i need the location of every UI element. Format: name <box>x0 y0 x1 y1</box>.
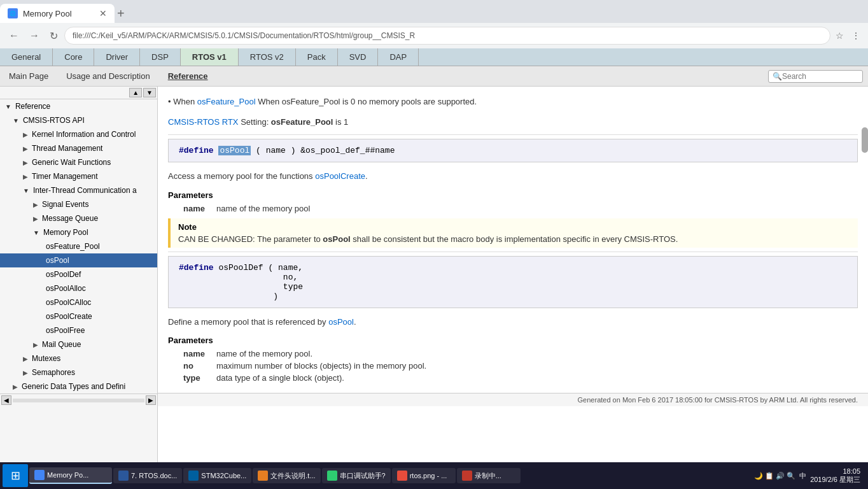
sidebar-item-memory-pool[interactable]: ▼ Memory Pool <box>0 225 157 239</box>
code-rest-1: ( name ) &os_pool_def_##name <box>251 146 395 155</box>
define-text: Define a memory pool that is referenced … <box>168 312 858 332</box>
back-button[interactable]: ← <box>5 27 23 44</box>
subnav-reference[interactable]: Reference <box>159 69 217 83</box>
ospoolcreate-link-1[interactable]: osPoolCreate <box>315 171 365 181</box>
taskbar-item-rtos-png[interactable]: rtos.png - ... <box>392 468 456 483</box>
tab-dsp[interactable]: DSP <box>140 48 181 66</box>
active-tab[interactable]: 🌐 Memory Pool ✕ <box>0 4 115 23</box>
taskbar-item-stm32[interactable]: STM32Cube... <box>183 468 251 483</box>
tab-title: Memory Pool <box>23 9 72 18</box>
tab-dap[interactable]: DAP <box>378 48 419 66</box>
search-box[interactable]: 🔍 <box>768 70 863 83</box>
scroll-left-button[interactable]: ◀ <box>1 395 11 405</box>
sidebar-item-thread-mgmt[interactable]: ▶ Thread Management <box>0 141 157 155</box>
sidebar-item-generic-data[interactable]: ▶ Generic Data Types and Defini <box>0 379 157 393</box>
taskbar-icon-memory-pool <box>34 470 45 480</box>
sidebar-scroll-down[interactable]: ▼ <box>143 88 156 97</box>
cmsis-rtos-rtx-link[interactable]: CMSIS-RTOS RTX <box>168 117 239 127</box>
bookmark-button[interactable]: ☆ <box>833 28 846 43</box>
taskbar-icons-area: 🌙 📋 🔊 🔍 <box>754 472 795 480</box>
taskbar-item-recording[interactable]: 录制中... <box>457 468 521 483</box>
start-button[interactable]: ⊞ <box>3 464 28 487</box>
sidebar-item-ospoolcalloc[interactable]: osPoolCAlloc <box>0 295 157 309</box>
osfeature-pool-link[interactable]: osFeature_Pool <box>197 97 256 106</box>
content-area: • When osFeature_Pool When osFeature_Poo… <box>158 87 868 465</box>
sidebar-scroll-up[interactable]: ▲ <box>129 88 142 97</box>
sidebar-label-message-queue: Message Queue <box>39 213 101 224</box>
code-line-1: #define osPoolDef ( name, <box>179 263 847 273</box>
sidebar-label-semaphores: Semaphores <box>29 367 78 378</box>
sidebar-item-mutexes[interactable]: ▶ Mutexes <box>0 351 157 365</box>
sidebar-item-ospooldef[interactable]: osPoolDef <box>0 267 157 281</box>
sidebar-item-reference[interactable]: ▼ Reference <box>0 99 157 113</box>
ospool-link-2[interactable]: osPool <box>328 317 354 327</box>
params-section-1: Parameters name name of the memory pool <box>168 190 858 215</box>
sidebar-item-ospoolfree[interactable]: osPoolFree <box>0 323 157 337</box>
triangle-icon: ▶ <box>33 215 38 222</box>
taskbar-icon-rtos-doc <box>118 471 129 481</box>
triangle-icon: ▶ <box>23 131 28 138</box>
search-icon: 🔍 <box>773 72 782 81</box>
sidebar-item-ospoolcreate[interactable]: osPoolCreate <box>0 309 157 323</box>
code-line-2: no, <box>179 273 847 282</box>
sidebar-item-semaphores[interactable]: ▶ Semaphores <box>0 365 157 379</box>
param-row-type: type data type of a single block (object… <box>168 372 858 384</box>
tab-close-button[interactable]: ✕ <box>99 8 107 18</box>
intro-text: • When osFeature_Pool When osFeature_Poo… <box>168 92 858 112</box>
forward-button[interactable]: → <box>25 27 43 44</box>
sidebar-item-ospool[interactable]: osPool <box>0 253 157 267</box>
divider-1 <box>168 134 858 135</box>
sidebar-item-mail-queue[interactable]: ▶ Mail Queue <box>0 337 157 351</box>
sidebar-label-generic-wait: Generic Wait Functions <box>29 157 113 168</box>
tab-core[interactable]: Core <box>53 48 94 66</box>
sidebar-label-mutexes: Mutexes <box>29 353 63 364</box>
taskbar-item-serial-debug[interactable]: 串口调试助手? <box>322 468 391 483</box>
triangle-icon: ▼ <box>33 229 39 236</box>
sidebar-item-cmsis-api[interactable]: ▼ CMSIS-RTOS API <box>0 113 157 127</box>
taskbar-item-memory-pool[interactable]: Memory Po... <box>29 467 112 484</box>
sidebar-item-generic-wait[interactable]: ▶ Generic Wait Functions <box>0 155 157 169</box>
note-text-1: CAN BE CHANGED: The parameter to osPool … <box>178 234 850 244</box>
tab-rtos-v1[interactable]: RTOS v1 <box>181 48 239 66</box>
taskbar-language: 中 <box>799 471 806 481</box>
code-block-ospooldef: #define osPoolDef ( name, no, type ) <box>168 256 858 308</box>
tab-driver[interactable]: Driver <box>94 48 140 66</box>
address-bar[interactable]: file:///C:/Keil_v5/ARM/PACK/ARM/CMSIS/5.… <box>64 27 830 45</box>
menu-button[interactable]: ⋮ <box>849 28 863 43</box>
sidebar-item-message-queue[interactable]: ▶ Message Queue <box>0 211 157 225</box>
sidebar: ▲ ▼ ▼ Reference ▼ CMSIS-RTOS API ▶ Kerne… <box>0 87 158 465</box>
triangle-icon: ▶ <box>23 159 28 166</box>
sidebar-item-kernel-info[interactable]: ▶ Kernel Information and Control <box>0 127 157 141</box>
taskbar-item-rtos-doc[interactable]: 7. RTOS.doc... <box>113 468 182 483</box>
param-name-label-2: name <box>168 349 206 358</box>
sidebar-label-memory-pool: Memory Pool <box>41 227 91 238</box>
page-tabs: General Core Driver DSP RTOS v1 RTOS v2 … <box>0 48 868 66</box>
search-input[interactable] <box>782 72 858 81</box>
subnav-usage[interactable]: Usage and Description <box>57 69 159 83</box>
sidebar-item-inter-thread[interactable]: ▼ Inter-Thread Communication a <box>0 183 157 197</box>
define-keyword-2: #define <box>179 263 214 273</box>
address-text: file:///C:/Keil_v5/ARM/PACK/ARM/CMSIS/5.… <box>73 31 415 40</box>
taskbar: ⊞ Memory Po... 7. RTOS.doc... STM32Cube.… <box>0 462 868 489</box>
taskbar-item-file-header[interactable]: 文件头说明.t... <box>253 468 320 483</box>
subnav-main-page[interactable]: Main Page <box>0 69 57 83</box>
refresh-button[interactable]: ↻ <box>46 27 62 45</box>
ospool-highlight: osPool <box>218 146 251 155</box>
param-desc-2: name of the memory pool. <box>216 349 312 358</box>
divider-2 <box>168 252 858 252</box>
new-tab-button[interactable]: + <box>117 6 125 21</box>
param-name-label-no: no <box>168 361 206 371</box>
sidebar-label-ospool: osPool <box>43 255 72 266</box>
sidebar-item-timer-mgmt[interactable]: ▶ Timer Management <box>0 169 157 183</box>
tab-svd[interactable]: SVD <box>338 48 379 66</box>
sidebar-item-osfeature-pool[interactable]: osFeature_Pool <box>0 239 157 253</box>
tab-rtos-v2[interactable]: RTOS v2 <box>239 48 296 66</box>
main-layout: ▲ ▼ ▼ Reference ▼ CMSIS-RTOS API ▶ Kerne… <box>0 87 868 465</box>
sidebar-horizontal-scroll[interactable]: ◀ ▶ <box>0 393 157 406</box>
tab-general[interactable]: General <box>0 48 53 66</box>
sidebar-item-signal-events[interactable]: ▶ Signal Events <box>0 197 157 211</box>
scroll-right-button[interactable]: ▶ <box>146 395 156 405</box>
tab-pack[interactable]: Pack <box>296 48 338 66</box>
sidebar-item-ospoolalloc[interactable]: osPoolAlloc <box>0 281 157 295</box>
sub-nav: Main Page Usage and Description Referenc… <box>0 66 868 87</box>
